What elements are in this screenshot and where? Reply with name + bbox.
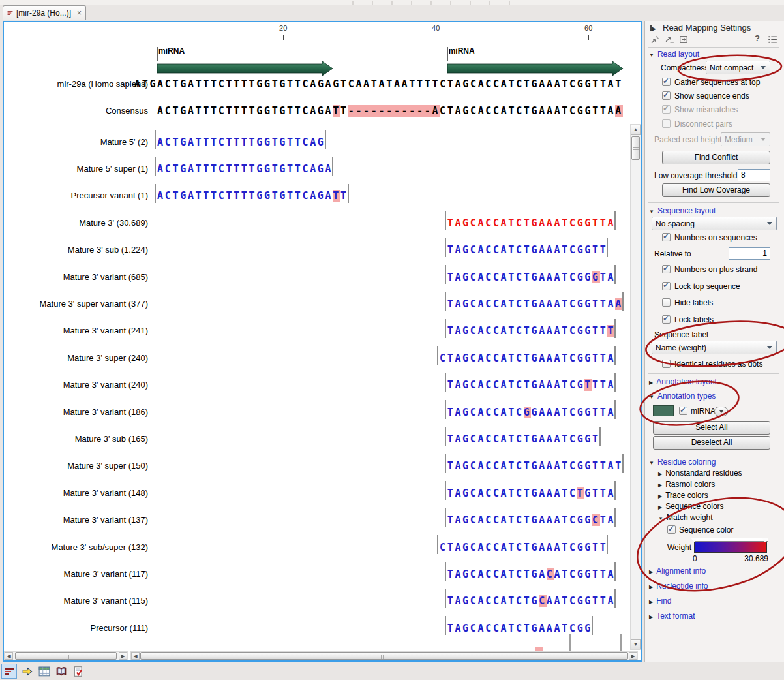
scroll-up-button[interactable]: ▲	[631, 125, 641, 135]
sequence-row[interactable]: ACTGATTTCTTTTGGTGTTCAGATT	[157, 190, 348, 202]
vertical-scrollbar[interactable]: ▲ ▼	[630, 124, 641, 650]
mirna-annotation-arrow[interactable]	[447, 61, 624, 76]
sequence-row[interactable]: TAGCACCATCTGCAATCGGTTA	[447, 595, 615, 607]
match-weight-item[interactable]: ▼Match weight	[658, 513, 713, 522]
mirna-options-button[interactable]	[714, 407, 728, 416]
mirna-checkbox[interactable]	[679, 407, 687, 415]
show-sequence-ends-checkbox[interactable]	[662, 91, 671, 100]
scroll-down-button[interactable]: ▼	[631, 639, 641, 649]
nonstandard-residues-item[interactable]: ▶Nonstandard residues	[658, 469, 742, 478]
lock-labels-checkbox[interactable]	[662, 315, 671, 324]
sequence-row[interactable]: TAGCACCATCTGAAATCGGCTA	[447, 514, 615, 526]
deselect-all-button[interactable]: Deselect All	[653, 436, 770, 450]
apply-settings-icon[interactable]	[650, 34, 661, 45]
sequence-row[interactable]: ATGACTGATTTCTTTTGGTGTTCAGAGTCAATATAATTTT…	[134, 78, 623, 90]
vertical-scroll-thumb[interactable]	[631, 136, 640, 160]
lock-top-sequence-checkbox[interactable]	[662, 282, 671, 290]
rasmol-colors-item[interactable]: ▶Rasmol colors	[658, 480, 715, 489]
book-view-button[interactable]	[53, 664, 69, 679]
read-mapping-icon	[7, 8, 13, 18]
settings-list-icon[interactable]	[767, 34, 778, 45]
sidebar-collapse-icon[interactable]: ▶	[650, 23, 656, 33]
gather-sequences-checkbox[interactable]	[662, 78, 671, 86]
labels-horizontal-scrollbar[interactable]: ◀ ▶	[4, 651, 128, 660]
scroll-right-button[interactable]: ▶	[629, 652, 637, 660]
sequence-horizontal-scrollbar[interactable]: ◀ ▶	[130, 651, 638, 660]
weight-max-handle[interactable]	[762, 538, 768, 542]
scroll-left-button[interactable]: ◀	[5, 652, 13, 660]
find-low-coverage-button[interactable]: Find Low Coverage	[662, 183, 770, 197]
sequence-colors-item[interactable]: ▶Sequence colors	[658, 502, 724, 511]
expand-panel-icon[interactable]	[678, 34, 689, 45]
sequence-color-checkbox[interactable]	[667, 525, 676, 534]
spacing-dropdown[interactable]: No spacing	[652, 217, 777, 230]
section-nucleotide-info[interactable]: ▶Nucleotide info	[649, 581, 708, 591]
export-view-button[interactable]	[20, 664, 35, 679]
sequence-row[interactable]: ACTGATTTCTTTTGGTGTTCAGA	[157, 163, 333, 175]
help-icon[interactable]: ?	[755, 33, 760, 43]
section-annotation-types[interactable]: ▼Annotation types	[649, 392, 716, 401]
compactness-dropdown[interactable]: Not compact	[706, 61, 770, 74]
section-text-format[interactable]: ▶Text format	[649, 611, 695, 621]
numbers-on-sequences-checkbox[interactable]	[662, 233, 671, 241]
sequence-row[interactable]: CTAGCACCATCTGAAATCGGTTA	[440, 352, 615, 364]
report-view-button[interactable]	[70, 664, 86, 679]
sequence-row[interactable]: TAGCACCATCGGAAATCGGTTA	[447, 407, 615, 418]
find-conflict-button[interactable]: Find Conflict	[662, 151, 770, 164]
sequence-end-marker	[348, 184, 349, 203]
section-alignment-info[interactable]: ▶Alignment info	[649, 566, 706, 576]
sidebar-title: Read Mapping Settings	[663, 23, 751, 33]
sequence-row[interactable]: TAGCACCATCTGAAATCGGTTT	[447, 325, 615, 337]
sequence-end-marker	[332, 157, 333, 176]
relative-to-input[interactable]: 1	[729, 247, 770, 260]
remove-settings-icon[interactable]	[664, 34, 675, 45]
annotation-label: miRNA	[158, 47, 185, 55]
weight-min-handle[interactable]	[691, 538, 697, 542]
sequence-row[interactable]: TAGCACCATCTGACATCGGTTA	[447, 568, 615, 580]
sequence-row[interactable]: TAGCACCATCTGAAATCGGTTAT	[447, 460, 623, 472]
sequence-end-marker	[445, 238, 446, 257]
numbers-on-plus-strand-checkbox[interactable]	[662, 265, 671, 273]
chevron-down-icon	[761, 66, 766, 69]
select-all-button[interactable]: Select All	[653, 421, 770, 435]
show-sequence-ends-label: Show sequence ends	[674, 91, 749, 100]
sequence-row[interactable]: TAGCACCATCTGAAATCGTTTA	[447, 379, 615, 391]
sequence-row[interactable]: TAGCACCATCTGAAATCGGTTA	[447, 217, 615, 229]
hide-labels-checkbox[interactable]	[662, 298, 671, 307]
scroll-left-button[interactable]: ◀	[131, 652, 140, 660]
section-find[interactable]: ▶Find	[649, 596, 672, 606]
mirna-annotation-arrow[interactable]	[157, 61, 334, 76]
row-label: Mature 3' variant (148)	[4, 487, 152, 499]
identical-residues-checkbox[interactable]	[662, 360, 671, 368]
sequence-end-marker	[445, 562, 446, 581]
table-view-button[interactable]	[37, 664, 52, 679]
lock-top-sequence-label: Lock top sequence	[674, 282, 740, 291]
sequence-end-marker	[445, 373, 446, 392]
sequence-row[interactable]: CTAGCACCATCTGAAATCGGTT	[440, 542, 607, 553]
tab-close-icon[interactable]: ×	[77, 9, 82, 17]
sequence-row[interactable]: ACTGATTTCTTTTGGTGTTCAGATT-----------ACTA…	[157, 105, 623, 117]
sequence-row[interactable]: TAGCACCATCTGAAATCGGT	[447, 433, 600, 445]
sequence-row[interactable]: ACTGATTTCTTTTGGTGTTCAG	[157, 136, 325, 148]
low-coverage-threshold-label: Low coverage threshold	[654, 171, 737, 180]
tab-mir-29a[interactable]: [mir-29a (Ho...)] ×	[3, 5, 86, 20]
read-mapping-view-button[interactable]	[1, 664, 17, 679]
section-annotation-layout[interactable]: ▶Annotation layout	[649, 377, 717, 386]
section-read-layout[interactable]: ▼Read layout	[649, 50, 699, 59]
row-label: Mature 3' variant (115)	[4, 595, 152, 607]
section-residue-coloring[interactable]: ▼Residue coloring	[649, 457, 716, 467]
sequence-row[interactable]: TAGCACCATCTGAAATCGGGTA	[447, 271, 615, 283]
section-sequence-layout[interactable]: ▼Sequence layout	[649, 206, 716, 215]
sequence-row[interactable]: TAGCACCATCTGAAATCGGTT	[447, 244, 608, 256]
horizontal-scroll-thumb[interactable]	[140, 652, 628, 660]
mirna-color-swatch[interactable]	[653, 405, 674, 416]
sequence-row[interactable]: TAGCACCATCTGAAATCTGTTA	[447, 487, 615, 499]
horizontal-scroll-thumb[interactable]	[15, 652, 117, 660]
low-coverage-threshold-input[interactable]: 8	[738, 169, 770, 181]
sequence-row[interactable]: TAGCACCATCTGAAATCGGTTAA	[447, 298, 623, 310]
scroll-right-button[interactable]: ▶	[119, 652, 127, 660]
sequence-label-dropdown[interactable]: Name (weight)	[652, 341, 777, 354]
sequence-row[interactable]: TAGCACCATCTGAAATCGG	[447, 623, 592, 634]
divider	[648, 623, 779, 623]
trace-colors-item[interactable]: ▶Trace colors	[658, 491, 708, 500]
